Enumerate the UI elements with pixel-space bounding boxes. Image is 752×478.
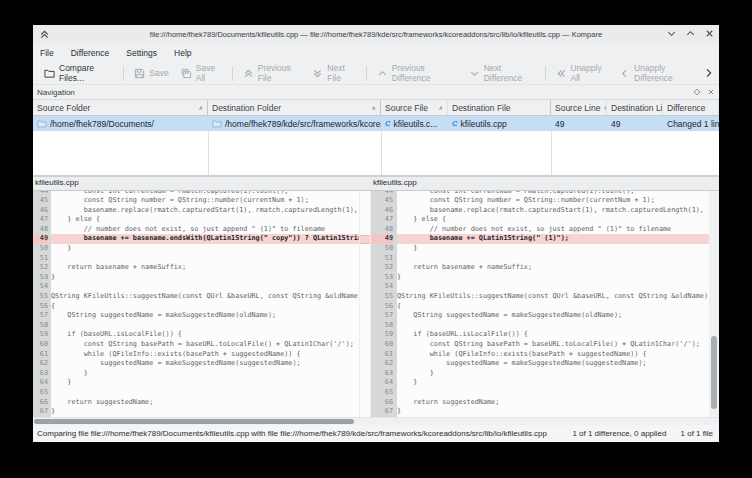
folder-icon [44,68,55,79]
sort-ascending-icon: ∧ [369,104,376,111]
code-line [51,254,359,264]
code-line: basename.replace(rmatch.capturedStart(1)… [51,206,359,216]
table-row[interactable]: /home/fhek789/Documents/ /home/fhek789/k… [33,116,719,131]
statusbar: Comparing file file:///home/fhek789/Docu… [33,425,719,442]
code-line [51,282,359,292]
toolbar-button-label: Unapply Difference [634,63,697,83]
line-number: 54 [33,282,48,292]
source-pane-title: kfileutils.cpp [33,177,371,190]
next-file-button: Next File [306,63,362,83]
code-line [397,254,709,264]
column-header-label: Destination Folder [212,103,281,113]
toolbar-button-label: Save [149,68,168,78]
line-number: 57 [371,311,393,321]
line-number: 56 [33,302,48,312]
code-line: basename.replace(rmatch.capturedStart(1)… [397,206,709,216]
line-number: 60 [371,340,393,350]
toolbar-button-label: Unapply All [571,63,608,83]
line-number: 61 [33,350,48,360]
diff-connector [359,191,371,417]
line-number: 62 [33,359,48,369]
line-number: 67 [33,407,48,417]
code-line: QString suggestedName = makeSuggestedNam… [397,311,709,321]
toolbar-separator [545,66,546,81]
line-number: 58 [371,321,393,331]
code-line: QString KFileUtils::suggestName(const QU… [397,292,709,302]
line-number: 67 [371,407,393,417]
line-number: 62 [371,359,393,369]
close-icon[interactable] [704,28,715,39]
vertical-scrollbar-handle[interactable] [711,336,717,409]
column-header-source-folder[interactable]: Source Folder∧ [33,100,208,115]
column-header-destination-lir[interactable]: Destination Lir [607,100,663,115]
chevron-up-icon [377,68,388,79]
previous-difference-button: Previous Difference [371,63,463,83]
line-number: 48 [33,225,48,235]
code-line: } [397,378,709,388]
navigation-dock-title: Navigation [37,88,75,97]
code-line: } [397,273,709,283]
source-pane[interactable]: 4445464748495051525354555657585960616263… [33,191,359,417]
changed-code-line: basename += QLatin1String(" (1)"); [397,234,709,244]
diff-view: 4445464748495051525354555657585960616263… [33,191,719,417]
unapply-difference-button: Unapply Difference [613,63,703,83]
code-line: // number does not exist, so just append… [397,225,709,235]
line-number: 49 [371,234,393,244]
horizontal-scrollbar-handle[interactable] [34,419,354,424]
navigation-dock-header: Navigation [33,85,719,99]
menu-settings[interactable]: Settings [126,48,157,58]
maximize-icon[interactable] [685,28,696,39]
code-line: } else { [397,215,709,225]
line-number: 52 [33,263,48,273]
compare-files-button[interactable]: Compare Files... [38,63,119,83]
menu-difference[interactable]: Difference [71,48,110,58]
code-line: suggestedName = makeSuggestedName(sugges… [397,359,709,369]
toolbar: Compare Files...SaveSave AllPrevious Fil… [33,62,719,85]
destination-pane[interactable]: 4445464748495051525354555657585960616263… [371,191,709,417]
code-line: // number does not exist, so just append… [51,225,359,235]
line-number: 54 [371,282,393,292]
toolbar-separator [232,66,233,81]
line-number: 66 [371,398,393,408]
menu-file[interactable]: File [40,48,54,58]
line-number: 49 [33,234,48,244]
toolbar-separator [123,66,124,81]
line-number: 64 [371,378,393,388]
code-line: const QString number = QString::number(c… [397,196,709,206]
column-header-difference[interactable]: Difference [663,100,719,115]
code-line: if (baseURL.isLocalFile()) { [51,330,359,340]
column-header-destination-file[interactable]: Destination File [448,100,551,115]
column-header-source-file[interactable]: Source File∧ [381,100,448,115]
status-message: Comparing file file:///home/fhek789/Docu… [37,429,572,438]
previous-file-button: Previous File [237,63,307,83]
code-line [51,321,359,331]
float-panel-icon[interactable] [693,88,701,96]
column-header-source-line[interactable]: Source Line∧ [551,100,607,115]
code-line: while (QFileInfo::exists(basePath + sugg… [397,350,709,360]
vertical-scrollbar[interactable] [709,191,719,417]
window-title: file:///home/fhek789/Documents/kfileutil… [33,30,719,39]
column-header-destination-folder[interactable]: Destination Folder∧ [208,100,381,115]
line-number: 50 [371,244,393,254]
code-line: { [51,302,359,312]
destination-folder-cell: /home/fhek789/kde/src/frameworks/kcoread… [225,119,381,129]
menu-help[interactable]: Help [174,48,191,58]
minimize-icon[interactable] [666,28,677,39]
horizontal-scrollbar[interactable] [33,417,719,425]
code-line: QString suggestedName = makeSuggestedNam… [51,311,359,321]
chevron-right-icon[interactable] [703,67,714,79]
line-number: 55 [33,292,48,302]
source-file-cell: kfileutils.c... [393,119,437,129]
line-number: 65 [371,388,393,398]
sort-ascending-icon: ∧ [600,104,607,111]
toolbar-button-label: Previous File [258,63,301,83]
code-line: return basename + nameSuffix; [51,263,359,273]
folder-icon [212,119,222,128]
code-line: } [397,369,709,379]
toolbar-button-label: Compare Files... [59,63,113,83]
close-panel-icon[interactable] [707,88,715,96]
line-number: 56 [371,302,393,312]
line-number: 46 [33,206,48,216]
titlebar[interactable]: file:///home/fhek789/Documents/kfileutil… [33,25,719,44]
chevron-down-icon [469,68,480,79]
